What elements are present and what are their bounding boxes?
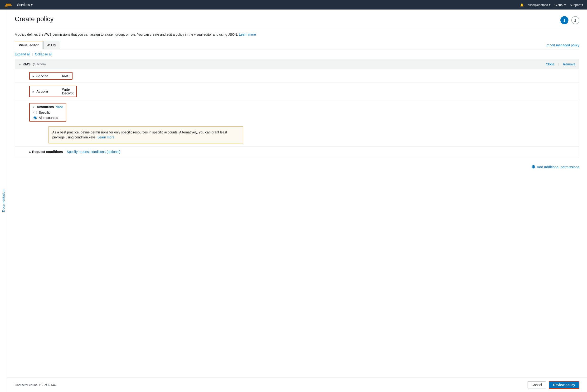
top-nav: aws Services ▾ 🔔 alice@contoso ▾ Global …	[0, 0, 587, 10]
add-permissions-label: Add additional permissions	[537, 165, 580, 169]
radio-specific[interactable]	[33, 111, 37, 114]
page-title-row: Create policy 1 2	[15, 15, 580, 24]
region-chevron-icon: ▾	[564, 3, 566, 7]
user-label: alice@contoso	[528, 3, 548, 7]
actions-box[interactable]: Actions Write Decrypt	[29, 86, 77, 97]
footer-buttons: Cancel Review policy	[528, 381, 580, 389]
char-count: Character count: 117 of 6,144.	[15, 383, 56, 387]
import-managed-policy-link[interactable]: Import managed policy	[546, 43, 580, 49]
request-conditions-label: Request conditions	[32, 150, 63, 154]
title-divider	[15, 28, 580, 28]
step-1-indicator: 1	[560, 16, 569, 24]
region-menu[interactable]: Global ▾	[555, 3, 566, 7]
all-resources-label: All resources	[39, 116, 58, 120]
tabs-row: Visual editor JSON Import managed policy	[15, 41, 580, 50]
radio-specific-row[interactable]: Specific	[33, 110, 58, 114]
service-value: KMS	[62, 74, 69, 78]
resources-header: Resources close Specific All	[29, 103, 66, 122]
resources-box[interactable]: Resources close Specific All	[29, 103, 66, 122]
policy-block-title: KMS (1 action)	[19, 62, 46, 66]
warning-box: As a best practice, define permissions f…	[48, 126, 243, 144]
review-policy-button[interactable]: Review policy	[549, 381, 580, 389]
close-link[interactable]: close	[56, 105, 63, 109]
service-expand-icon[interactable]	[32, 74, 34, 78]
collapse-all-link[interactable]: Collapse all	[35, 52, 52, 56]
radio-all-resources[interactable]	[33, 116, 37, 120]
description-text: A policy defines the AWS permissions tha…	[15, 32, 238, 36]
support-menu[interactable]: Support ▾	[570, 3, 583, 7]
services-menu[interactable]: Services ▾	[17, 3, 32, 7]
warning-learn-more-link[interactable]: Learn more	[97, 135, 115, 139]
svg-text:aws: aws	[4, 6, 7, 8]
notification-bell-icon[interactable]: 🔔	[520, 3, 524, 7]
services-label: Services	[17, 3, 30, 7]
expand-all-link[interactable]: Expand all	[15, 52, 30, 56]
step-2-indicator: 2	[571, 16, 580, 24]
user-menu[interactable]: alice@contoso ▾	[528, 3, 550, 7]
radio-all-resources-row[interactable]: All resources	[33, 116, 58, 120]
documentation-sidebar[interactable]: Documentation	[0, 10, 7, 392]
resources-row: Resources close Specific All	[15, 100, 579, 146]
service-label: Service	[36, 74, 60, 78]
nav-right: 🔔 alice@contoso ▾ Global ▾ Support ▾	[520, 3, 583, 7]
resources-collapse-icon[interactable]	[32, 105, 35, 109]
remove-link[interactable]: Remove	[563, 62, 575, 66]
add-icon: ⊕	[531, 164, 536, 170]
tab-json[interactable]: JSON	[43, 41, 60, 49]
actions-values: Write Decrypt	[62, 88, 73, 95]
collapse-kms-icon[interactable]	[19, 62, 21, 66]
specific-label: Specific	[39, 110, 50, 114]
request-conditions-expand-icon[interactable]	[29, 150, 31, 154]
documentation-label: Documentation	[2, 190, 5, 212]
expand-collapse-row: Expand all | Collapse all	[15, 52, 580, 56]
request-conditions-row: Request conditions Specify request condi…	[15, 146, 579, 157]
region-label: Global	[555, 3, 564, 7]
user-chevron-icon: ▾	[549, 3, 551, 7]
aws-logo: aws	[4, 2, 13, 8]
action-decrypt: Decrypt	[62, 91, 73, 95]
kms-title: KMS	[22, 62, 30, 66]
service-row: Service KMS	[15, 69, 579, 83]
actions-row: Actions Write Decrypt	[15, 83, 579, 100]
resources-label: Resources	[37, 105, 54, 109]
cancel-button[interactable]: Cancel	[528, 381, 546, 388]
add-permissions-button[interactable]: ⊕ Add additional permissions	[531, 164, 580, 170]
warning-text: As a best practice, define permissions f…	[52, 130, 227, 139]
bottom-actions: ⊕ Add additional permissions	[15, 161, 580, 170]
policy-block-actions: Clone | Remove	[546, 62, 575, 66]
specify-conditions-link[interactable]: Specify request conditions (optional)	[67, 150, 120, 154]
description-row: A policy defines the AWS permissions tha…	[15, 32, 580, 37]
support-chevron-icon: ▾	[582, 3, 583, 7]
policy-block-header: KMS (1 action) Clone | Remove	[15, 59, 579, 69]
main-content: Create policy 1 2 A policy defines the A…	[7, 10, 587, 392]
policy-block-kms: KMS (1 action) Clone | Remove Service KM…	[15, 59, 580, 157]
support-label: Support	[570, 3, 581, 7]
kms-subtitle: (1 action)	[33, 62, 46, 66]
clone-link[interactable]: Clone	[546, 62, 555, 66]
tab-list: Visual editor JSON	[15, 41, 61, 49]
sep: |	[32, 52, 33, 56]
actions-expand-icon[interactable]	[32, 90, 34, 93]
page-title: Create policy	[15, 15, 53, 23]
actions-label: Actions	[36, 90, 60, 93]
step-indicators: 1 2	[560, 16, 580, 24]
tab-visual-editor[interactable]: Visual editor	[15, 41, 43, 50]
service-box[interactable]: Service KMS	[29, 72, 72, 80]
services-chevron: ▾	[31, 3, 32, 7]
learn-more-link[interactable]: Learn more	[239, 32, 256, 36]
action-write: Write	[62, 88, 73, 91]
actions-sep: |	[558, 62, 559, 66]
footer-bar: Character count: 117 of 6,144. Cancel Re…	[7, 378, 587, 392]
